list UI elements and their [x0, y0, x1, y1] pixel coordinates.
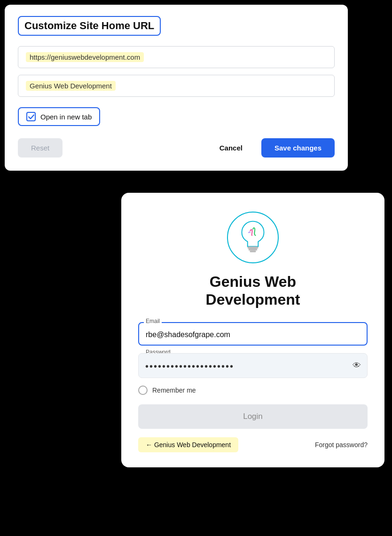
svg-rect-1	[249, 249, 258, 251]
login-button[interactable]: Login	[138, 404, 368, 429]
remember-me-radio[interactable]	[138, 386, 148, 395]
url-input-value: https://geniuswebdevelopment.com	[26, 52, 144, 62]
email-label: Email	[144, 318, 162, 324]
logo-circle	[227, 212, 279, 263]
button-row: Reset Cancel Save changes	[18, 138, 335, 158]
url-input-wrapper[interactable]: https://geniuswebdevelopment.com	[18, 46, 335, 68]
remember-me-label: Remember me	[152, 386, 196, 394]
password-input[interactable]	[138, 353, 368, 378]
show-password-icon[interactable]: 👁	[353, 361, 361, 370]
checkbox-icon[interactable]	[26, 112, 36, 121]
cancel-button[interactable]: Cancel	[206, 138, 256, 158]
customize-url-card: Customize Site Home URL https://geniuswe…	[5, 5, 348, 171]
login-card: Genius Web Development Email Password 👁 …	[121, 193, 384, 467]
lightbulb-icon	[236, 219, 270, 256]
password-wrapper: 👁	[138, 353, 368, 378]
checkbox-label: Open in new tab	[40, 113, 92, 121]
svg-rect-2	[250, 251, 256, 252]
svg-rect-0	[248, 246, 259, 249]
reset-button[interactable]: Reset	[18, 138, 63, 158]
back-link[interactable]: ← Genius Web Development	[138, 437, 238, 452]
email-input[interactable]	[138, 322, 368, 346]
email-field-group[interactable]: Email	[138, 322, 368, 346]
password-field-group[interactable]: Password 👁	[138, 353, 368, 378]
forgot-password-link[interactable]: Forgot password?	[315, 441, 368, 449]
save-changes-button[interactable]: Save changes	[261, 138, 335, 158]
name-input-value: Genius Web Development	[26, 81, 116, 91]
login-footer: ← Genius Web Development Forgot password…	[138, 437, 368, 452]
site-title: Genius Web Development	[138, 273, 368, 309]
card-title: Customize Site Home URL	[18, 16, 161, 36]
remember-me-row[interactable]: Remember me	[138, 386, 368, 395]
logo-area	[138, 212, 368, 263]
name-input-wrapper[interactable]: Genius Web Development	[18, 75, 335, 97]
open-new-tab-checkbox[interactable]: Open in new tab	[18, 107, 100, 126]
